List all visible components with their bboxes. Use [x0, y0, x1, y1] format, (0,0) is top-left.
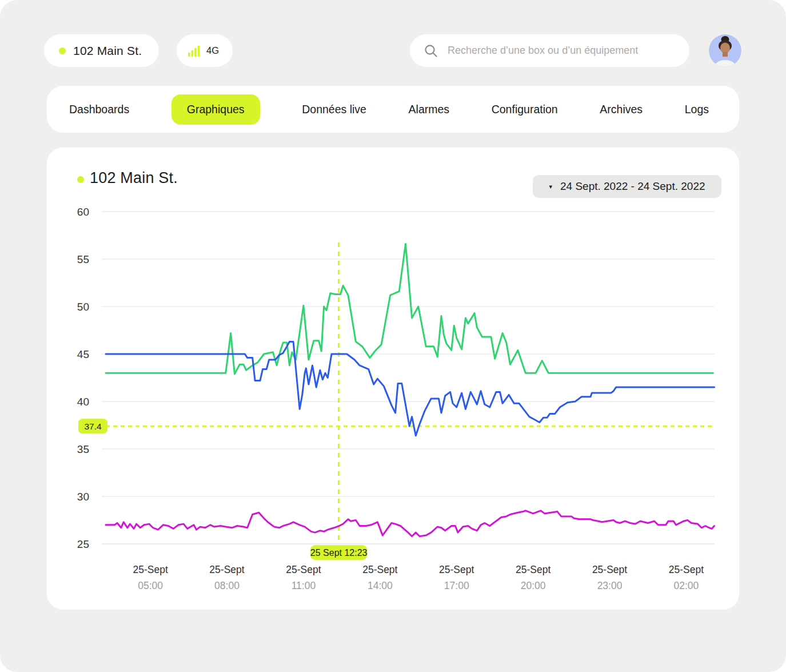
- x-tick-date: 25-Sept: [516, 564, 550, 575]
- date-range-value: 24 Sept. 2022 - 24 Sept. 2022: [560, 180, 705, 193]
- x-tick-date: 25-Sept: [286, 564, 321, 575]
- x-tick-time: 08:00: [214, 580, 240, 591]
- x-tick-time: 05:00: [138, 580, 163, 591]
- crosshair-time-label: 25 Sept 12:23: [310, 548, 368, 558]
- crosshair-value-label: 37.4: [84, 422, 102, 431]
- x-tick-time: 20:00: [521, 580, 546, 591]
- y-tick-label: 40: [77, 396, 89, 408]
- app-window: 102 Main St. 4G: [0, 0, 786, 672]
- tab-dashboards[interactable]: Dashboards: [69, 94, 129, 125]
- x-tick-time: 23:00: [597, 580, 623, 591]
- y-tick-label: 55: [77, 253, 89, 265]
- y-tick-label: 60: [77, 206, 89, 218]
- chart-card: 605550454035302525-Sept05:0025-Sept08:00…: [47, 148, 739, 610]
- line-chart: 605550454035302525-Sept05:0025-Sept08:00…: [47, 148, 739, 610]
- x-tick-time: 17:00: [444, 580, 469, 591]
- x-tick-time: 14:00: [368, 580, 393, 591]
- series-magenta-line: [106, 511, 715, 536]
- x-tick-time: 11:00: [292, 580, 316, 591]
- tab-logs[interactable]: Logs: [685, 94, 709, 125]
- x-tick-date: 25-Sept: [592, 564, 627, 575]
- card-title: 102 Main St.: [90, 169, 178, 187]
- tab-configuration[interactable]: Configuration: [492, 94, 558, 125]
- y-tick-label: 45: [77, 348, 89, 360]
- tab-graphiques[interactable]: Graphiques: [171, 94, 260, 125]
- y-tick-label: 35: [77, 443, 89, 455]
- x-tick-date: 25-Sept: [209, 564, 244, 575]
- series-blue-line: [106, 341, 715, 435]
- search-icon: [424, 43, 438, 58]
- network-label: 4G: [206, 45, 219, 56]
- tab-donnees-live[interactable]: Données live: [302, 94, 366, 125]
- avatar[interactable]: [709, 34, 741, 67]
- search-bar[interactable]: [410, 34, 689, 67]
- signal-bars-icon: [188, 45, 201, 57]
- x-tick-date: 25-Sept: [133, 564, 167, 575]
- x-tick-date: 25-Sept: [439, 564, 474, 575]
- x-tick-date: 25-Sept: [362, 564, 397, 575]
- network-status-pill: 4G: [177, 34, 233, 67]
- site-name: 102 Main St.: [73, 44, 142, 58]
- search-input[interactable]: [448, 45, 677, 57]
- y-tick-label: 30: [77, 491, 89, 503]
- tab-alarmes[interactable]: Alarmes: [409, 94, 450, 125]
- tab-archives[interactable]: Archives: [600, 94, 643, 125]
- status-dot-icon: [59, 47, 66, 54]
- main-nav: Dashboards Graphiques Données live Alarm…: [47, 86, 739, 133]
- y-tick-label: 25: [77, 538, 89, 550]
- y-tick-label: 50: [77, 301, 89, 313]
- site-selector-pill[interactable]: 102 Main St.: [44, 34, 159, 67]
- avatar-image: [709, 34, 741, 67]
- caret-down-icon: ▾: [549, 184, 552, 190]
- x-tick-time: 02:00: [674, 580, 699, 591]
- x-tick-date: 25-Sept: [669, 564, 704, 575]
- card-status-dot-icon: [77, 176, 84, 183]
- date-range-picker[interactable]: ▾ 24 Sept. 2022 - 24 Sept. 2022: [533, 175, 721, 198]
